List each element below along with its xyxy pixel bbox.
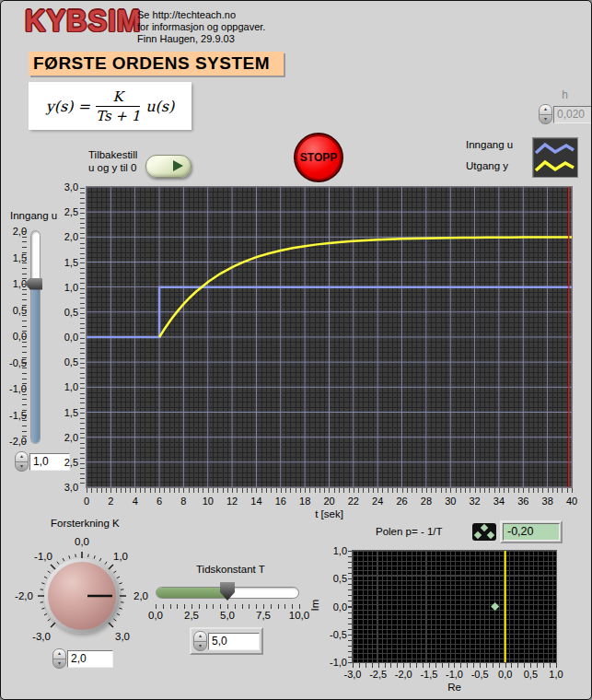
legend-input-label: Inngang u bbox=[466, 139, 513, 150]
legend-waveform-svg bbox=[533, 138, 577, 177]
tick-label: 6 bbox=[157, 496, 162, 507]
knob-scale-label: -1,0 bbox=[34, 551, 52, 562]
kybsim-logo: KYBSIM bbox=[25, 4, 142, 40]
pole-chart-x-labels: -3,0-2,5-2,0-1,5-1,0-0,50,00,51,0 bbox=[353, 669, 556, 681]
spinner-down-icon[interactable]: ▾ bbox=[194, 642, 206, 651]
tick-label: -0,5 bbox=[330, 629, 347, 640]
tick-label: 0 bbox=[84, 496, 89, 507]
knob-scale-label: 0,0 bbox=[75, 536, 89, 547]
tick-label: 34 bbox=[493, 496, 505, 507]
tick-label: 28 bbox=[421, 496, 432, 507]
spinner-up-icon[interactable]: ▴ bbox=[53, 649, 65, 659]
formula-lhs: y(s) = bbox=[46, 98, 90, 115]
pole-plot-icon bbox=[472, 523, 496, 541]
tick-label: 2,0 bbox=[64, 432, 78, 443]
input-slider-fill bbox=[31, 283, 40, 443]
spinner-down-icon[interactable]: ▾ bbox=[540, 115, 551, 124]
pole-chart-y-labels: 1,00,50,0-0,5-1,0 bbox=[321, 551, 347, 662]
spinner-up-icon[interactable]: ▴ bbox=[194, 632, 206, 642]
spinner-up-icon[interactable]: ▴ bbox=[16, 452, 28, 462]
diamond-icon bbox=[474, 531, 482, 539]
time-constant-value-field[interactable] bbox=[208, 633, 260, 650]
time-constant-label: Tidskonstant T bbox=[196, 564, 265, 575]
reset-button[interactable] bbox=[145, 155, 192, 178]
pole-chart-x-title: Re bbox=[353, 682, 556, 693]
formula-denominator: Ts + 1 bbox=[96, 107, 140, 124]
pole-chart-svg bbox=[353, 551, 556, 662]
reset-label: Tilbakestill u og y til 0 bbox=[88, 148, 137, 174]
formula-rhs: u(s) bbox=[145, 98, 174, 115]
tick-label: 0,0 bbox=[64, 332, 78, 343]
main-chart-x-labels: 0246810121416182022242628303234363840 bbox=[87, 496, 572, 508]
main-chart-plot bbox=[87, 187, 572, 487]
stop-button-label: STOPP bbox=[300, 151, 337, 164]
tick-label: 18 bbox=[299, 496, 310, 507]
knob-scale-label: -2,0 bbox=[15, 590, 33, 601]
tick-label: -2,5 bbox=[369, 669, 387, 680]
time-constant-scale: 0,02,55,07,510,0 bbox=[156, 610, 299, 622]
page-title: FØRSTE ORDENS SYSTEM bbox=[29, 52, 284, 76]
tick-label: 36 bbox=[517, 496, 528, 507]
play-arrow-icon bbox=[173, 160, 183, 171]
tick-label: -1,0 bbox=[330, 657, 347, 668]
knob-scale-label: 2,0 bbox=[133, 590, 148, 601]
input-spinner-buttons[interactable]: ▴▾ bbox=[15, 451, 29, 472]
legend-output-label: Utgang y bbox=[466, 160, 508, 171]
info-line-3: Finn Haugen, 29.9.03 bbox=[137, 33, 265, 45]
tick-label: -1,5 bbox=[420, 669, 437, 680]
tick-label: 20 bbox=[323, 496, 334, 507]
tick-label: 10 bbox=[203, 496, 214, 507]
input-slider-track[interactable] bbox=[30, 230, 41, 444]
pole-title: Polen p= - 1/T bbox=[376, 526, 443, 537]
tick-label: 3,0 bbox=[64, 181, 78, 192]
tick-label: 2,0 bbox=[64, 231, 78, 242]
diamond-icon bbox=[481, 524, 488, 531]
tick-label: 38 bbox=[542, 496, 553, 507]
pole-chart-x-ticks bbox=[353, 663, 557, 668]
tick-label: 1,5 bbox=[64, 257, 78, 268]
tick-label: 0,5 bbox=[524, 669, 538, 680]
tick-label: 14 bbox=[250, 496, 261, 507]
h-spinner: ▴▾ bbox=[539, 104, 592, 124]
main-chart-x-title: t [sek] bbox=[87, 508, 572, 519]
tick-label: 0,0 bbox=[333, 601, 347, 612]
tick-label: -2,0 bbox=[395, 669, 412, 680]
tick-label: 0,5 bbox=[64, 356, 78, 368]
info-line-1: Se http://techteach.no bbox=[137, 9, 265, 21]
h-value-field[interactable] bbox=[553, 106, 592, 123]
tick-label: 24 bbox=[372, 496, 383, 507]
formula-numerator: K bbox=[96, 88, 140, 107]
tick-label: -1,0 bbox=[446, 669, 463, 680]
tick-label: 1,0 bbox=[333, 545, 347, 556]
tick-label: 3,0 bbox=[64, 482, 78, 493]
tick-label: 8 bbox=[180, 496, 186, 507]
gain-knob[interactable] bbox=[48, 562, 116, 630]
time-constant-spinner-buttons[interactable]: ▴▾ bbox=[193, 631, 207, 651]
formula-fraction: K Ts + 1 bbox=[96, 88, 140, 124]
tick-label: 0,5 bbox=[64, 307, 78, 318]
stop-button[interactable]: STOPP bbox=[294, 133, 343, 182]
spinner-down-icon[interactable]: ▾ bbox=[53, 659, 65, 669]
tick-label: 1,0 bbox=[64, 282, 78, 293]
h-spinner-buttons[interactable]: ▴▾ bbox=[539, 104, 552, 124]
pole-chart-y-title: Im bbox=[309, 600, 320, 612]
gain-spinner-buttons[interactable]: ▴▾ bbox=[52, 648, 66, 669]
pole-value-frame: -0,20 bbox=[500, 520, 563, 543]
tick-label: 0,0 bbox=[148, 610, 163, 621]
spinner-up-icon[interactable]: ▴ bbox=[540, 105, 551, 115]
main-chart-x-ticks bbox=[87, 488, 573, 493]
gain-value-field[interactable] bbox=[67, 650, 113, 668]
tick-label: 1,0 bbox=[549, 669, 563, 680]
reset-label-line1: Tilbakestill bbox=[88, 148, 137, 161]
tick-label: 10,0 bbox=[289, 610, 309, 621]
tick-label: 7,5 bbox=[256, 610, 271, 621]
tick-label: -0,5 bbox=[471, 669, 489, 680]
spinner-down-icon[interactable]: ▾ bbox=[16, 462, 28, 472]
tick-label: 0,5 bbox=[333, 573, 347, 584]
time-constant-spinner: ▴▾ bbox=[193, 631, 260, 651]
info-line-2: for informasjon og oppgaver. bbox=[137, 21, 265, 33]
input-slider-handle[interactable] bbox=[25, 278, 42, 290]
main-chart-svg bbox=[87, 187, 572, 487]
pole-chart-plot bbox=[353, 551, 556, 662]
main-chart-y-labels: 3,02,52,01,51,00,50,00,51,01,52,02,53,0 bbox=[52, 187, 78, 487]
